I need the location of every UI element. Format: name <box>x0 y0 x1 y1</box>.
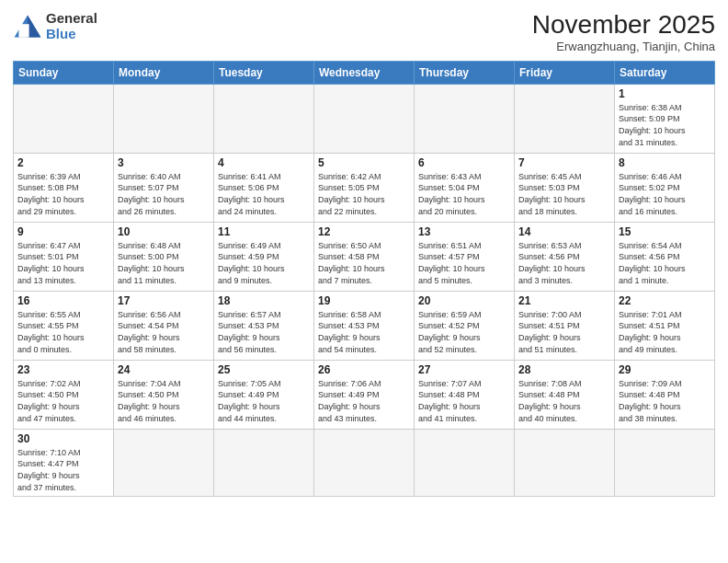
table-row <box>415 429 515 496</box>
table-row: 1Sunrise: 6:38 AM Sunset: 5:09 PM Daylig… <box>615 84 715 153</box>
table-row: 24Sunrise: 7:04 AM Sunset: 4:50 PM Dayli… <box>114 360 214 429</box>
day-info: Sunrise: 6:50 AM Sunset: 4:58 PM Dayligh… <box>318 240 410 286</box>
location: Erwangzhuang, Tianjin, China <box>532 40 715 53</box>
svg-marker-1 <box>28 15 40 37</box>
table-row <box>314 429 415 496</box>
day-number: 3 <box>118 156 210 169</box>
day-info: Sunrise: 6:47 AM Sunset: 5:01 PM Dayligh… <box>17 240 109 286</box>
day-info: Sunrise: 7:02 AM Sunset: 4:50 PM Dayligh… <box>17 378 109 424</box>
day-number: 21 <box>518 294 610 307</box>
day-number: 25 <box>218 363 310 376</box>
day-number: 20 <box>418 294 510 307</box>
table-row <box>214 84 314 153</box>
day-number: 22 <box>619 294 711 307</box>
day-info: Sunrise: 7:00 AM Sunset: 4:51 PM Dayligh… <box>518 309 610 355</box>
logo-text: General Blue <box>46 11 97 41</box>
table-row: 21Sunrise: 7:00 AM Sunset: 4:51 PM Dayli… <box>515 291 615 360</box>
title-block: November 2025 Erwangzhuang, Tianjin, Chi… <box>532 11 715 53</box>
day-info: Sunrise: 7:09 AM Sunset: 4:48 PM Dayligh… <box>619 378 711 424</box>
day-info: Sunrise: 6:56 AM Sunset: 4:54 PM Dayligh… <box>118 309 210 355</box>
day-info: Sunrise: 6:57 AM Sunset: 4:53 PM Dayligh… <box>218 309 310 355</box>
day-number: 23 <box>17 363 109 376</box>
table-row: 16Sunrise: 6:55 AM Sunset: 4:55 PM Dayli… <box>14 291 114 360</box>
header-friday: Friday <box>515 61 615 84</box>
day-number: 2 <box>17 156 109 169</box>
table-row: 14Sunrise: 6:53 AM Sunset: 4:56 PM Dayli… <box>515 222 615 291</box>
day-number: 6 <box>418 156 510 169</box>
day-number: 18 <box>218 294 310 307</box>
logo-icon <box>13 14 42 40</box>
day-info: Sunrise: 6:43 AM Sunset: 5:04 PM Dayligh… <box>418 171 510 217</box>
day-info: Sunrise: 7:01 AM Sunset: 4:51 PM Dayligh… <box>619 309 711 355</box>
table-row: 13Sunrise: 6:51 AM Sunset: 4:57 PM Dayli… <box>415 222 515 291</box>
day-number: 19 <box>318 294 410 307</box>
table-row <box>214 429 314 496</box>
table-row: 9Sunrise: 6:47 AM Sunset: 5:01 PM Daylig… <box>14 222 114 291</box>
day-number: 4 <box>218 156 310 169</box>
day-number: 29 <box>619 363 711 376</box>
header-tuesday: Tuesday <box>214 61 314 84</box>
day-number: 28 <box>518 363 610 376</box>
table-row: 8Sunrise: 6:46 AM Sunset: 5:02 PM Daylig… <box>615 153 715 222</box>
table-row: 3Sunrise: 6:40 AM Sunset: 5:07 PM Daylig… <box>114 153 214 222</box>
table-row: 2Sunrise: 6:39 AM Sunset: 5:08 PM Daylig… <box>14 153 114 222</box>
header-saturday: Saturday <box>615 61 715 84</box>
header-wednesday: Wednesday <box>314 61 415 84</box>
day-number: 16 <box>17 294 109 307</box>
day-info: Sunrise: 7:04 AM Sunset: 4:50 PM Dayligh… <box>118 378 210 424</box>
calendar: Sunday Monday Tuesday Wednesday Thursday… <box>13 61 715 497</box>
table-row: 19Sunrise: 6:58 AM Sunset: 4:53 PM Dayli… <box>314 291 415 360</box>
header-monday: Monday <box>114 61 214 84</box>
header-thursday: Thursday <box>415 61 515 84</box>
table-row: 4Sunrise: 6:41 AM Sunset: 5:06 PM Daylig… <box>214 153 314 222</box>
day-info: Sunrise: 6:39 AM Sunset: 5:08 PM Dayligh… <box>17 171 109 217</box>
day-number: 17 <box>118 294 210 307</box>
logo-general: General <box>46 10 97 26</box>
table-row: 5Sunrise: 6:42 AM Sunset: 5:05 PM Daylig… <box>314 153 415 222</box>
day-info: Sunrise: 6:55 AM Sunset: 4:55 PM Dayligh… <box>17 309 109 355</box>
day-number: 26 <box>318 363 410 376</box>
table-row <box>114 429 214 496</box>
table-row: 25Sunrise: 7:05 AM Sunset: 4:49 PM Dayli… <box>214 360 314 429</box>
table-row: 22Sunrise: 7:01 AM Sunset: 4:51 PM Dayli… <box>615 291 715 360</box>
table-row: 7Sunrise: 6:45 AM Sunset: 5:03 PM Daylig… <box>515 153 615 222</box>
table-row: 29Sunrise: 7:09 AM Sunset: 4:48 PM Dayli… <box>615 360 715 429</box>
day-info: Sunrise: 7:10 AM Sunset: 4:47 PM Dayligh… <box>17 447 109 493</box>
day-info: Sunrise: 6:42 AM Sunset: 5:05 PM Dayligh… <box>318 171 410 217</box>
table-row <box>14 84 114 153</box>
table-row: 28Sunrise: 7:08 AM Sunset: 4:48 PM Dayli… <box>515 360 615 429</box>
day-info: Sunrise: 7:05 AM Sunset: 4:49 PM Dayligh… <box>218 378 310 424</box>
day-info: Sunrise: 7:06 AM Sunset: 4:49 PM Dayligh… <box>318 378 410 424</box>
svg-rect-2 <box>18 24 28 37</box>
table-row <box>515 84 615 153</box>
day-info: Sunrise: 6:51 AM Sunset: 4:57 PM Dayligh… <box>418 240 510 286</box>
day-number: 11 <box>218 225 310 238</box>
day-info: Sunrise: 6:59 AM Sunset: 4:52 PM Dayligh… <box>418 309 510 355</box>
table-row <box>114 84 214 153</box>
day-number: 24 <box>118 363 210 376</box>
day-number: 7 <box>518 156 610 169</box>
table-row: 27Sunrise: 7:07 AM Sunset: 4:48 PM Dayli… <box>415 360 515 429</box>
table-row: 11Sunrise: 6:49 AM Sunset: 4:59 PM Dayli… <box>214 222 314 291</box>
table-row <box>515 429 615 496</box>
table-row <box>415 84 515 153</box>
table-row: 12Sunrise: 6:50 AM Sunset: 4:58 PM Dayli… <box>314 222 415 291</box>
day-number: 27 <box>418 363 510 376</box>
table-row: 18Sunrise: 6:57 AM Sunset: 4:53 PM Dayli… <box>214 291 314 360</box>
day-info: Sunrise: 6:41 AM Sunset: 5:06 PM Dayligh… <box>218 171 310 217</box>
logo-blue: Blue <box>46 26 76 41</box>
table-row <box>615 429 715 496</box>
day-number: 1 <box>619 87 711 100</box>
table-row: 15Sunrise: 6:54 AM Sunset: 4:56 PM Dayli… <box>615 222 715 291</box>
day-info: Sunrise: 6:49 AM Sunset: 4:59 PM Dayligh… <box>218 240 310 286</box>
table-row: 6Sunrise: 6:43 AM Sunset: 5:04 PM Daylig… <box>415 153 515 222</box>
logo: General Blue <box>13 11 97 41</box>
table-row: 30Sunrise: 7:10 AM Sunset: 4:47 PM Dayli… <box>14 429 114 496</box>
day-info: Sunrise: 7:07 AM Sunset: 4:48 PM Dayligh… <box>418 378 510 424</box>
day-number: 9 <box>17 225 109 238</box>
day-info: Sunrise: 6:58 AM Sunset: 4:53 PM Dayligh… <box>318 309 410 355</box>
table-row: 10Sunrise: 6:48 AM Sunset: 5:00 PM Dayli… <box>114 222 214 291</box>
weekday-header-row: Sunday Monday Tuesday Wednesday Thursday… <box>14 61 715 84</box>
header: General Blue November 2025 Erwangzhuang,… <box>13 11 715 53</box>
day-number: 8 <box>619 156 711 169</box>
